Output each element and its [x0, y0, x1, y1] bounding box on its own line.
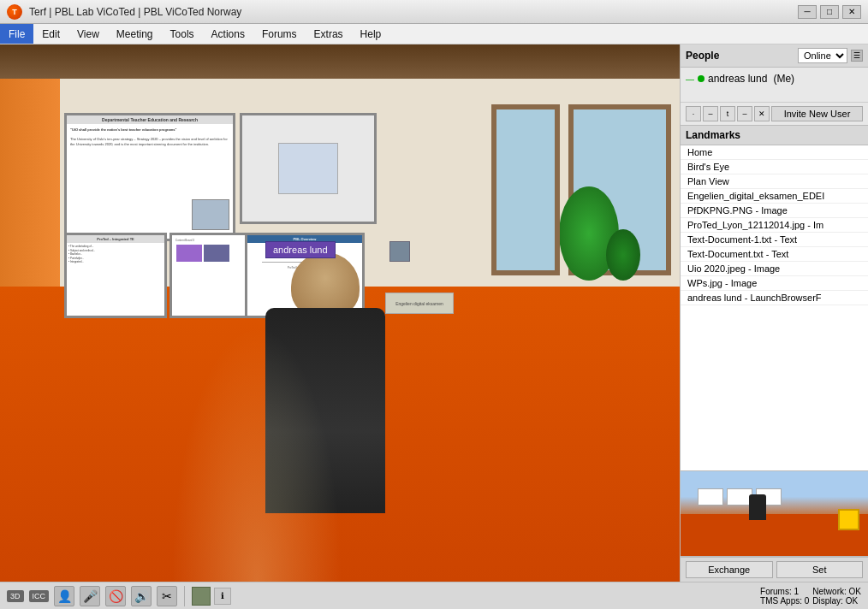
window-glass-1: [568, 104, 671, 275]
speaker-icon[interactable]: 🔊: [131, 586, 152, 606]
info-icon[interactable]: ℹ: [214, 588, 231, 605]
landmark-item-proted[interactable]: ProTed_Lyon_12112014.jpg - Im: [681, 218, 868, 233]
status-right: Forums: 1 TMS Apps: 0 Network: OK Displa…: [753, 587, 868, 606]
app-icon: T: [7, 4, 22, 20]
tree-2: [606, 229, 640, 281]
person-suffix: (Me): [773, 73, 794, 85]
3d-viewport[interactable]: Departmental Teacher Education and Resea…: [0, 44, 680, 582]
thumb-landscape: [681, 471, 868, 556]
landmark-item-textdoc1[interactable]: Text-Document-1.txt - Text: [681, 233, 868, 247]
status-left: 3D ICC 👤 🎤 🚫 🔊 ✂: [0, 586, 185, 606]
landmark-item-engelien[interactable]: Engelien_digital_eksamen_EDEI: [681, 189, 868, 204]
presentation-board-1: Departmental Teacher Education and Resea…: [64, 113, 235, 241]
people-header: People Online Away Busy ☰: [681, 44, 868, 68]
board-1-image: [192, 199, 229, 230]
exchange-button[interactable]: Exchange: [686, 561, 773, 578]
menu-file[interactable]: File: [0, 24, 33, 44]
landmark-item-planview[interactable]: Plan View: [681, 174, 868, 189]
people-action-btn-5[interactable]: ✕: [754, 106, 770, 121]
person-name: andreas lund: [708, 73, 767, 85]
thumb-boards: [698, 488, 782, 506]
thumb-board-1: [698, 488, 723, 506]
landmark-item-birdseye[interactable]: Bird's Eye: [681, 160, 868, 174]
avatar-thumbnail: [389, 241, 410, 262]
exchange-set-row: Exchange Set: [681, 557, 868, 582]
mute-icon[interactable]: 🚫: [105, 586, 126, 606]
color-swatch-area: ℹ: [192, 587, 231, 606]
close-button[interactable]: ✕: [842, 5, 861, 19]
diagram-purple: [176, 245, 202, 262]
landmark-item-wps[interactable]: WPs.jpg - Image: [681, 276, 868, 291]
move-icon[interactable]: ✂: [157, 586, 177, 606]
user-name-tag: andreas lund: [265, 241, 336, 258]
landmark-item-home[interactable]: Home: [681, 145, 868, 160]
menu-bar: File Edit View Meeting Tools Actions For…: [0, 24, 868, 44]
menu-extras[interactable]: Extras: [306, 24, 352, 44]
avatar-body: [265, 308, 385, 513]
tms-apps-label: TMS Apps: 0: [760, 596, 809, 606]
presentation-board-2: ProTed – Integrated TE • The undertaking…: [64, 233, 167, 318]
board-1-text: "UiO shall provide the nation's best tea…: [67, 124, 233, 150]
board-5-image: [278, 143, 338, 194]
people-section: People Online Away Busy ☰ — andreas lund…: [681, 44, 868, 126]
display-status: Display: OK: [812, 596, 858, 606]
person-item: — andreas lund (Me): [684, 71, 865, 86]
sidebar: People Online Away Busy ☰ — andreas lund…: [680, 44, 868, 582]
people-action-btn-3[interactable]: t: [720, 106, 735, 121]
people-controls: Online Away Busy ☰: [798, 48, 863, 63]
menu-tools[interactable]: Tools: [162, 24, 203, 44]
diagram-blue: [204, 245, 229, 262]
people-action-btn-1[interactable]: ·: [686, 106, 701, 121]
people-action-btn-4[interactable]: –: [737, 106, 752, 121]
set-button[interactable]: Set: [776, 561, 864, 578]
minimize-button[interactable]: ─: [798, 5, 817, 19]
landmark-item-uio2020[interactable]: Uio 2020.jpeg - Image: [681, 262, 868, 276]
menu-meeting[interactable]: Meeting: [108, 24, 162, 44]
forums-stats: Forums: 1 TMS Apps: 0: [760, 587, 809, 606]
presentation-board-5: [240, 113, 377, 224]
people-list-view-button[interactable]: ☰: [851, 50, 863, 62]
menu-edit[interactable]: Edit: [33, 24, 68, 44]
forums-label: Forums: 1: [760, 587, 799, 596]
network-status: Network: OK: [812, 587, 861, 596]
menu-actions[interactable]: Actions: [203, 24, 253, 44]
menu-forums[interactable]: Forums: [253, 24, 306, 44]
mic-icon[interactable]: 🎤: [80, 586, 100, 606]
landmarks-header: Landmarks: [681, 126, 868, 145]
landmark-thumbnail: [681, 471, 868, 557]
title-bar: T Terf | PBL Lab ViCoTed | PBL ViCoTed N…: [0, 0, 868, 24]
landmarks-section: Landmarks Home Bird's Eye Plan View Enge…: [681, 126, 868, 582]
thumb-avatar: [749, 494, 766, 520]
board-1-title: Departmental Teacher Education and Resea…: [67, 115, 233, 124]
color-swatch[interactable]: [192, 587, 211, 606]
main-layout: Departmental Teacher Education and Resea…: [0, 44, 868, 582]
board-2-text: • The undertaking of... • Subject and me…: [68, 245, 163, 264]
info-sign: Engelien digital eksamen: [385, 293, 454, 314]
avatar-head: [291, 252, 360, 316]
landmark-item-pfdkpng[interactable]: PfDKPNG.PNG - Image: [681, 204, 868, 218]
menu-help[interactable]: Help: [352, 24, 390, 44]
board-2-title: ProTed – Integrated TE: [67, 235, 164, 243]
window-title: Terf | PBL Lab ViCoTed | PBL ViCoTed Nor…: [29, 6, 241, 18]
maximize-button[interactable]: □: [820, 5, 839, 19]
invite-row: · – t – ✕ Invite New User: [681, 102, 868, 125]
network-stats: Network: OK Display: OK: [812, 587, 861, 606]
people-label: People: [686, 50, 719, 62]
icc-badge: ICC: [29, 590, 50, 602]
status-bar: 3D ICC 👤 🎤 🚫 🔊 ✂ ℹ Forums: 1 TMS Apps: 0…: [0, 582, 868, 609]
window-controls: ─ □ ✕: [798, 5, 861, 19]
people-list: — andreas lund (Me): [681, 68, 868, 102]
people-action-btn-2[interactable]: –: [703, 106, 718, 121]
avatar-icon[interactable]: 👤: [54, 586, 74, 606]
landmarks-list[interactable]: Home Bird's Eye Plan View Engelien_digit…: [681, 145, 868, 471]
invite-new-user-button[interactable]: Invite New User: [771, 106, 863, 121]
person-online-indicator: —: [686, 74, 694, 84]
title-left: T Terf | PBL Lab ViCoTed | PBL ViCoTed N…: [7, 4, 241, 20]
landmark-item-textdoc[interactable]: Text-Document.txt - Text: [681, 247, 868, 262]
window-glass-2: [491, 104, 560, 275]
landmark-item-andreas[interactable]: andreas lund - LaunchBrowserF: [681, 291, 868, 305]
person-status-dot: [698, 75, 705, 82]
online-status-select[interactable]: Online Away Busy: [798, 48, 847, 63]
3d-badge: 3D: [7, 590, 24, 602]
menu-view[interactable]: View: [68, 24, 108, 44]
